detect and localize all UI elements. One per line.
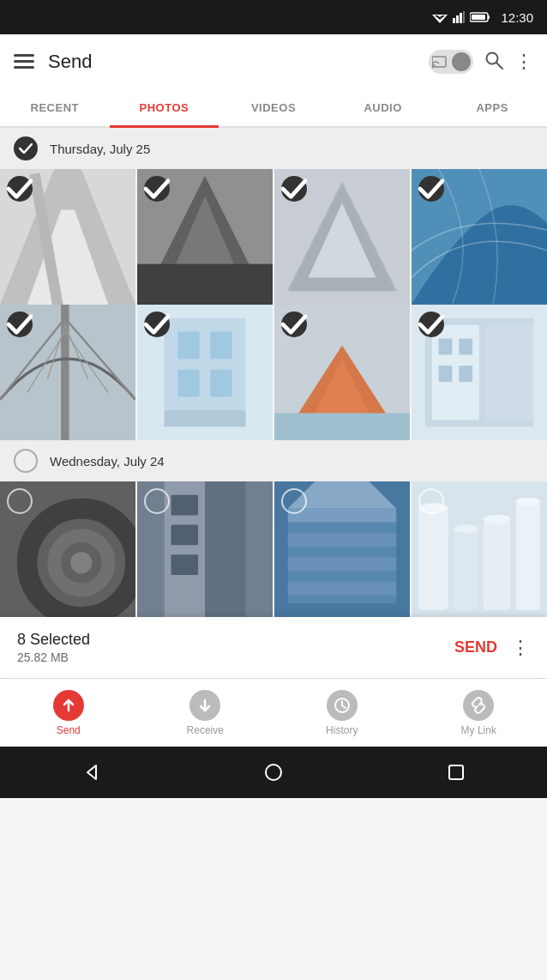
- photo-cell-10[interactable]: [137, 481, 273, 617]
- svg-point-90: [266, 765, 281, 780]
- svg-rect-78: [484, 519, 511, 610]
- receive-down-icon: [196, 697, 213, 714]
- photo-check-5[interactable]: [7, 312, 33, 337]
- svg-line-16: [496, 63, 502, 69]
- svg-rect-73: [288, 582, 396, 596]
- svg-rect-72: [288, 557, 396, 571]
- photo-cell-4[interactable]: [412, 169, 547, 305]
- photo-check-3[interactable]: [281, 176, 307, 202]
- date-checkbox-july24[interactable]: [14, 449, 38, 473]
- photo-check-8[interactable]: [418, 312, 444, 337]
- back-button[interactable]: [74, 755, 108, 789]
- top-actions: ⋮: [429, 50, 533, 74]
- status-bar: 12:30: [0, 0, 547, 34]
- svg-rect-42: [210, 332, 231, 360]
- system-nav-bar: [0, 747, 547, 798]
- svg-rect-24: [137, 264, 273, 305]
- cast-toggle[interactable]: [429, 50, 473, 74]
- top-bar: Send ⋮: [0, 34, 547, 89]
- photo-cell-5[interactable]: [0, 305, 135, 440]
- nav-receive[interactable]: Receive: [137, 679, 274, 747]
- more-vertical-icon[interactable]: ⋮: [514, 51, 533, 73]
- mylink-nav-icon-wrap: [463, 690, 494, 721]
- svg-rect-54: [439, 339, 453, 355]
- photo-grid-row2: [0, 305, 547, 440]
- photo-cell-9[interactable]: [0, 481, 135, 617]
- svg-rect-91: [449, 765, 463, 779]
- wifi-icon: [432, 11, 448, 23]
- send-button[interactable]: SEND: [454, 638, 497, 656]
- svg-rect-77: [454, 529, 478, 610]
- tab-recent[interactable]: RECENT: [0, 89, 110, 126]
- nav-send-label: Send: [57, 724, 81, 736]
- selection-size: 25.82 MB: [17, 650, 454, 664]
- search-icon[interactable]: [484, 50, 504, 74]
- photo-check-12[interactable]: [418, 488, 444, 514]
- svg-rect-43: [177, 370, 199, 397]
- svg-point-83: [516, 498, 540, 505]
- photo-cell-8[interactable]: [412, 305, 547, 440]
- bottom-nav: Send Receive History My Link: [0, 678, 547, 747]
- svg-rect-41: [177, 332, 199, 360]
- photo-cell-12[interactable]: [412, 481, 547, 617]
- svg-rect-9: [472, 15, 485, 20]
- photo-cell-6[interactable]: [137, 305, 273, 440]
- svg-rect-11: [14, 60, 34, 63]
- selection-bar: 8 Selected 25.82 MB SEND ⋮: [0, 617, 547, 678]
- page-title: Send: [48, 51, 415, 73]
- home-button[interactable]: [256, 755, 291, 789]
- date-checkbox-july25[interactable]: [14, 136, 38, 160]
- photo-check-10[interactable]: [144, 488, 170, 514]
- nav-history-label: History: [326, 724, 358, 736]
- photo-check-4[interactable]: [418, 176, 444, 202]
- photo-grid-row3: [0, 481, 547, 617]
- recents-button[interactable]: [439, 755, 473, 789]
- photo-cell-1[interactable]: [0, 169, 135, 305]
- tab-audio[interactable]: AUDIO: [328, 89, 438, 126]
- photo-cell-2[interactable]: [137, 169, 273, 305]
- svg-rect-8: [488, 15, 490, 19]
- tab-videos[interactable]: VIDEOS: [219, 89, 328, 126]
- svg-rect-4: [456, 15, 459, 23]
- svg-rect-71: [288, 533, 396, 547]
- photo-check-9[interactable]: [7, 488, 33, 514]
- photo-cell-11[interactable]: [274, 481, 410, 617]
- tab-photos[interactable]: PHOTOS: [110, 89, 219, 126]
- toggle-knob: [452, 52, 471, 71]
- tab-apps[interactable]: APPS: [437, 89, 547, 126]
- svg-rect-56: [439, 366, 453, 382]
- photo-grid-row1: [0, 169, 547, 305]
- nav-history[interactable]: History: [274, 679, 411, 747]
- svg-rect-66: [171, 525, 199, 546]
- photo-check-1[interactable]: [7, 176, 33, 202]
- photo-check-11[interactable]: [281, 488, 307, 514]
- selection-count: 8 Selected: [17, 631, 454, 649]
- svg-point-14: [432, 66, 434, 69]
- nav-receive-label: Receive: [187, 724, 224, 736]
- svg-rect-55: [459, 339, 472, 355]
- send-nav-icon-wrap: [53, 690, 84, 721]
- photo-check-6[interactable]: [144, 312, 170, 337]
- home-circle-icon: [263, 762, 284, 783]
- history-nav-icon-wrap: [327, 690, 358, 721]
- link-icon: [470, 697, 487, 714]
- history-clock-icon: [334, 697, 351, 714]
- svg-point-61: [70, 552, 92, 573]
- more-options-icon[interactable]: ⋮: [511, 637, 530, 659]
- nav-mylink[interactable]: My Link: [411, 679, 548, 747]
- date-label-july24: Wednesday, July 24: [50, 454, 165, 469]
- nav-send[interactable]: Send: [0, 679, 137, 747]
- signal-icon: [453, 11, 465, 23]
- photo-check-2[interactable]: [144, 176, 170, 202]
- status-time: 12:30: [501, 10, 533, 25]
- photo-check-7[interactable]: [281, 312, 307, 337]
- date-header-july24: Wednesday, July 24: [0, 440, 547, 481]
- svg-rect-79: [516, 502, 540, 610]
- receive-nav-icon-wrap: [189, 690, 220, 721]
- photo-cell-7[interactable]: [274, 305, 410, 440]
- photo-cell-3[interactable]: [274, 169, 410, 305]
- svg-point-81: [454, 525, 478, 533]
- menu-icon[interactable]: [14, 51, 34, 73]
- tabs-bar: RECENT PHOTOS VIDEOS AUDIO APPS: [0, 89, 547, 128]
- cast-icon: [432, 55, 449, 69]
